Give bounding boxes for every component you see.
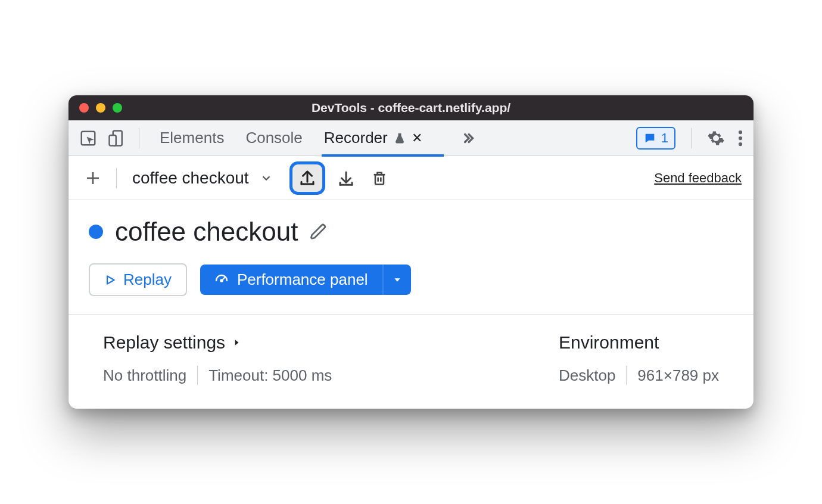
recording-selector[interactable]: coffee checkout — [127, 169, 278, 188]
svg-point-3 — [739, 130, 742, 133]
tab-label: Recorder — [324, 129, 388, 147]
settings-gear-icon[interactable] — [707, 129, 725, 147]
export-recording-button[interactable] — [289, 161, 325, 195]
devtools-tabs-row: Elements Console Recorder ✕ — [68, 120, 754, 156]
environment-section: Environment Desktop 961×789 px — [559, 332, 719, 385]
recording-panel: coffee checkout Replay — [68, 200, 754, 314]
performance-dropdown-button[interactable] — [382, 265, 411, 295]
kebab-menu-icon[interactable] — [738, 129, 743, 147]
traffic-lights — [79, 103, 122, 113]
devtools-window: DevTools - coffee-cart.netlify.app/ — [68, 95, 754, 409]
timeout-value: Timeout: 5000 ms — [208, 366, 332, 385]
recording-status-dot — [89, 225, 103, 239]
rename-recording-button[interactable] — [310, 223, 328, 241]
issues-badge[interactable]: 1 — [636, 127, 675, 150]
recorder-toolbar: coffee checkout — [68, 156, 754, 200]
window-title: DevTools - coffee-cart.netlify.app/ — [68, 101, 754, 115]
svg-point-4 — [739, 136, 742, 139]
caret-down-icon — [393, 275, 402, 285]
chat-icon — [643, 132, 656, 145]
play-icon — [104, 274, 116, 286]
separator — [139, 128, 139, 148]
separator — [116, 168, 117, 188]
throttling-value: No throttling — [103, 366, 186, 385]
replay-settings-section: Replay settings No throttling Timeout: 5… — [103, 332, 332, 385]
delete-recording-button[interactable] — [367, 166, 392, 191]
gauge-icon — [214, 273, 229, 287]
recording-selector-label: coffee checkout — [132, 169, 249, 188]
caret-right-icon — [232, 337, 241, 348]
environment-heading: Environment — [559, 332, 719, 353]
svg-rect-2 — [110, 135, 116, 146]
new-recording-button[interactable] — [80, 166, 105, 191]
device-toolbar-icon[interactable] — [108, 129, 126, 147]
close-window-button[interactable] — [79, 103, 89, 113]
export-icon — [298, 169, 316, 187]
tab-elements[interactable]: Elements — [160, 120, 224, 156]
more-tabs-icon[interactable] — [460, 130, 476, 146]
experiment-icon — [394, 132, 406, 145]
close-tab-icon[interactable]: ✕ — [412, 130, 422, 146]
recording-title: coffee checkout — [115, 217, 298, 247]
tab-label: Elements — [160, 129, 224, 147]
tab-label: Console — [245, 129, 302, 147]
import-recording-button[interactable] — [334, 166, 359, 191]
replay-label: Replay — [123, 270, 172, 289]
performance-panel-button[interactable]: Performance panel — [200, 265, 382, 295]
recording-settings: Replay settings No throttling Timeout: 5… — [68, 314, 754, 409]
separator — [626, 366, 627, 385]
performance-button-group: Performance panel — [200, 265, 411, 295]
send-feedback-link[interactable]: Send feedback — [654, 170, 742, 186]
tab-console[interactable]: Console — [245, 120, 302, 156]
svg-point-7 — [220, 279, 222, 281]
devtools-tabs: Elements Console Recorder ✕ — [160, 120, 476, 156]
minimize-window-button[interactable] — [96, 103, 105, 113]
import-icon — [337, 169, 355, 187]
zoom-window-button[interactable] — [113, 103, 122, 113]
separator — [691, 128, 692, 148]
heading-label: Environment — [559, 332, 659, 353]
replay-settings-heading[interactable]: Replay settings — [103, 332, 332, 353]
tab-recorder[interactable]: Recorder ✕ — [324, 120, 422, 156]
chevron-down-icon — [260, 172, 273, 185]
titlebar: DevTools - coffee-cart.netlify.app/ — [68, 95, 754, 120]
issues-count: 1 — [661, 130, 668, 146]
recording-actions: Replay Performance panel — [89, 263, 733, 296]
viewport-value: 961×789 px — [637, 366, 719, 385]
inspect-element-icon[interactable] — [79, 129, 97, 147]
svg-rect-6 — [375, 175, 384, 184]
svg-point-5 — [739, 142, 742, 145]
recording-title-row: coffee checkout — [89, 217, 733, 247]
replay-button[interactable]: Replay — [89, 263, 187, 296]
heading-label: Replay settings — [103, 332, 225, 353]
device-value: Desktop — [559, 366, 615, 385]
trash-icon — [371, 169, 388, 187]
separator — [197, 366, 198, 385]
performance-label: Performance panel — [237, 270, 368, 289]
